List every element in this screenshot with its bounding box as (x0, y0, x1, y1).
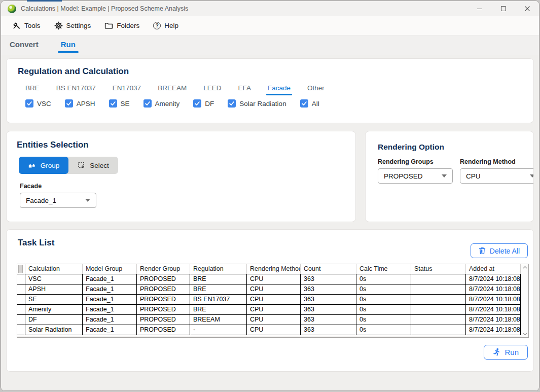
column-header[interactable]: Rendering Method (247, 264, 301, 274)
table-cell[interactable]: 0s (356, 305, 411, 315)
table-cell[interactable]: Facade_1 (83, 295, 137, 305)
table-cell[interactable]: BS EN17037 (190, 295, 247, 305)
table-cell[interactable]: 0s (356, 284, 411, 295)
calculation-checkbox[interactable]: DF (193, 99, 214, 108)
table-cell[interactable] (411, 274, 466, 284)
table-cell[interactable]: PROPOSED (137, 305, 190, 315)
table-cell[interactable]: 363 (301, 295, 356, 305)
table-cell[interactable]: 0s (356, 315, 411, 325)
calculation-checkbox[interactable]: All (300, 99, 319, 108)
table-cell[interactable]: CPU (247, 274, 301, 284)
table-cell[interactable] (411, 325, 466, 335)
table-cell[interactable]: CPU (247, 295, 301, 305)
table-cell[interactable]: PROPOSED (137, 274, 190, 284)
table-cell[interactable]: Facade_1 (83, 305, 137, 315)
delete-all-button[interactable]: Delete All (471, 243, 528, 258)
table-cell[interactable]: BRE (190, 305, 247, 315)
close-button[interactable] (515, 1, 539, 16)
table-cell[interactable]: 0s (356, 325, 411, 335)
table-cell[interactable]: PROPOSED (137, 315, 190, 325)
table-cell[interactable]: CPU (247, 305, 301, 315)
table-cell[interactable]: 363 (301, 325, 356, 335)
regulation-tab[interactable]: EFA (238, 84, 251, 96)
toolbar-item-folders[interactable]: Folders (104, 21, 139, 30)
table-cell[interactable]: BREEAM (190, 315, 247, 325)
row-header-cell[interactable] (17, 295, 25, 305)
regulation-tab[interactable]: BREEAM (158, 84, 187, 96)
regulation-tab[interactable]: Facade (268, 84, 291, 96)
regulation-tab[interactable]: EN17037 (113, 84, 141, 96)
tab-run[interactable]: Run (60, 36, 77, 54)
calculation-checkbox[interactable]: Amenity (143, 99, 180, 108)
toolbar-item-tools[interactable]: Tools (12, 21, 41, 30)
row-header-cell[interactable] (17, 315, 25, 325)
table-cell[interactable]: 8/7/2024 10:18:08 AM (466, 325, 521, 335)
calculation-checkbox[interactable]: Solar Radiation (228, 99, 286, 108)
table-cell[interactable]: Solar Radiation (25, 325, 83, 335)
column-header[interactable]: Model Group (83, 264, 137, 274)
table-cell[interactable]: SE (25, 295, 83, 305)
table-row[interactable]: SEFacade_1PROPOSEDBS EN17037CPU3630s8/7/… (17, 295, 521, 305)
toolbar-item-settings[interactable]: Settings (54, 21, 91, 30)
table-scrollbar[interactable] (521, 264, 528, 337)
table-cell[interactable]: PROPOSED (137, 295, 190, 305)
table-cell[interactable]: CPU (247, 315, 301, 325)
table-cell[interactable]: VSC (25, 274, 83, 284)
column-header[interactable]: Render Group (137, 264, 190, 274)
table-cell[interactable]: APSH (25, 284, 83, 295)
table-cell[interactable]: BRE (190, 284, 247, 295)
table-cell[interactable]: Facade_1 (83, 274, 137, 284)
table-cell[interactable]: 0s (356, 274, 411, 284)
column-header[interactable]: Status (411, 264, 466, 274)
column-header[interactable]: Calculation (25, 264, 83, 274)
row-header-cell[interactable] (17, 284, 25, 295)
regulation-tab[interactable]: LEED (203, 84, 221, 96)
table-cell[interactable]: 8/7/2024 10:18:08 AM (466, 295, 521, 305)
calculation-checkbox[interactable]: APSH (65, 99, 95, 108)
table-cell[interactable] (411, 305, 466, 315)
table-cell[interactable] (411, 295, 466, 305)
table-cell[interactable]: 363 (301, 305, 356, 315)
table-row[interactable]: APSHFacade_1PROPOSEDBRECPU3630s8/7/2024 … (17, 284, 521, 295)
row-header-cell[interactable] (17, 274, 25, 284)
table-cell[interactable]: Facade_1 (83, 284, 137, 295)
table-row[interactable]: Solar RadiationFacade_1PROPOSED-CPU3630s… (17, 325, 521, 335)
table-cell[interactable] (411, 315, 466, 325)
table-cell[interactable]: CPU (247, 325, 301, 335)
row-header-cell[interactable] (17, 325, 25, 335)
regulation-tab[interactable]: BS EN17037 (56, 84, 96, 96)
table-cell[interactable]: 8/7/2024 10:18:08 AM (466, 284, 521, 295)
column-header[interactable]: Added at (466, 264, 521, 274)
group-mode-button[interactable]: Group (19, 157, 68, 174)
column-header[interactable]: Regulation (190, 264, 247, 274)
calculation-checkbox[interactable]: VSC (25, 99, 51, 108)
tab-convert[interactable]: Convert (9, 36, 40, 54)
table-cell[interactable]: Facade_1 (83, 325, 137, 335)
table-row[interactable]: VSCFacade_1PROPOSEDBRECPU3630s8/7/2024 1… (17, 274, 521, 284)
table-cell[interactable]: - (190, 325, 247, 335)
row-header-cell[interactable] (17, 305, 25, 315)
maximize-button[interactable] (491, 1, 515, 16)
rendering-groups-select[interactable]: PROPOSED (378, 168, 453, 184)
table-cell[interactable]: 8/7/2024 10:18:08 AM (466, 315, 521, 325)
table-cell[interactable]: PROPOSED (137, 325, 190, 335)
table-corner-cell[interactable] (17, 264, 25, 274)
table-row[interactable]: AmenityFacade_1PROPOSEDBRECPU3630s8/7/20… (17, 305, 521, 315)
facade-select[interactable]: Facade_1 (20, 193, 96, 208)
table-cell[interactable]: 8/7/2024 10:18:08 AM (466, 274, 521, 284)
table-cell[interactable]: 363 (301, 274, 356, 284)
table-cell[interactable]: CPU (247, 284, 301, 295)
table-row[interactable]: DFFacade_1PROPOSEDBREEAMCPU3630s8/7/2024… (17, 315, 521, 325)
column-header[interactable]: Calc Time (356, 264, 411, 274)
table-cell[interactable]: BRE (190, 274, 247, 284)
column-header[interactable]: Count (301, 264, 356, 274)
table-cell[interactable] (411, 284, 466, 295)
table-cell[interactable]: PROPOSED (137, 284, 190, 295)
run-button[interactable]: Run (484, 345, 528, 360)
regulation-tab[interactable]: Other (307, 84, 325, 96)
table-cell[interactable]: Amenity (25, 305, 83, 315)
select-mode-button[interactable]: Select (68, 157, 118, 174)
table-cell[interactable]: DF (25, 315, 83, 325)
regulation-tab[interactable]: BRE (25, 84, 40, 96)
toolbar-item-help[interactable]: ? Help (153, 22, 178, 29)
